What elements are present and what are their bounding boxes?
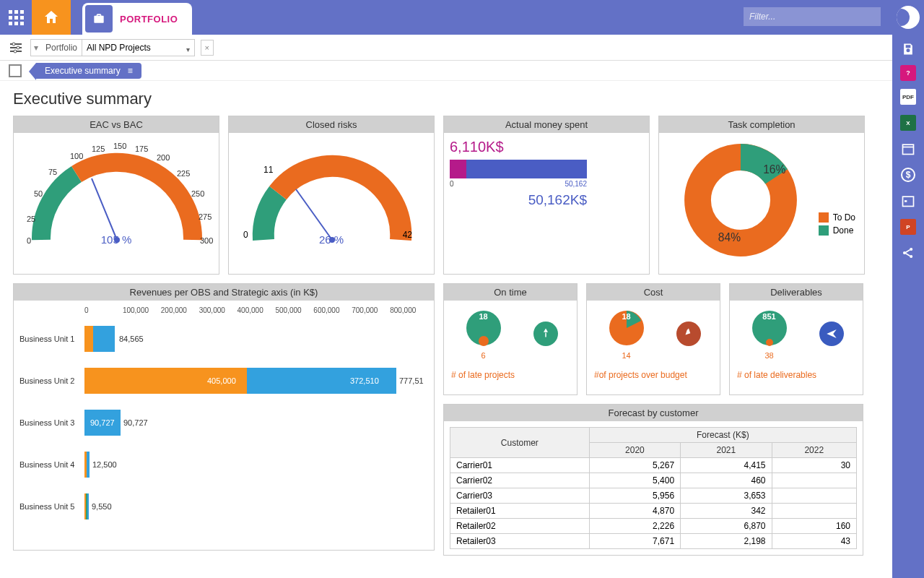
export-pdf-icon[interactable]: PDF	[898, 87, 918, 107]
filter-input[interactable]	[744, 7, 881, 26]
breadcrumb-row: Executive summary ≡	[0, 61, 924, 81]
kpi-donut: 851	[749, 308, 790, 348]
table-row: Retailer037,6712,19843	[450, 534, 857, 549]
panel-toggle-icon[interactable]	[9, 64, 22, 77]
table-row: Carrier015,2674,41530	[450, 458, 857, 473]
breadcrumb-tab[interactable]: Executive summary ≡	[36, 63, 141, 79]
svg-text:$: $	[906, 170, 911, 180]
money-sub-value: 50,162K$	[450, 192, 587, 208]
svg-point-41	[766, 339, 773, 346]
bar-chart-axis: 0100,000200,000300,000400,000500,000600,…	[19, 306, 428, 314]
svg-line-32	[296, 189, 332, 240]
table-row: Retailer014,870342	[450, 504, 857, 519]
money-bar	[450, 160, 587, 178]
calendar-icon[interactable]	[898, 139, 918, 159]
bar-label: Business Unit 1	[19, 335, 84, 343]
help-icon[interactable]: ?	[900, 65, 916, 81]
col-customer: Customer	[450, 428, 590, 458]
svg-text:50: 50	[34, 189, 43, 198]
send-icon	[819, 322, 844, 346]
clock-icon	[533, 322, 558, 346]
card-money-spent: Actual money spent 6,110K$ 0 50,162 50,1…	[443, 116, 650, 275]
card-title: Task completion	[659, 116, 864, 133]
svg-point-38	[479, 336, 489, 346]
bar-label: Business Unit 3	[19, 418, 84, 427]
gauge-min-zero: 0	[243, 230, 248, 240]
svg-text:250: 250	[191, 189, 204, 198]
svg-point-12	[12, 43, 15, 46]
breadcrumb-menu-icon[interactable]: ≡	[128, 66, 133, 76]
card-title: Revenues per OBS and Strategic axis (in …	[14, 284, 434, 301]
money-scale: 0 50,162	[450, 180, 587, 188]
svg-text:300: 300	[200, 236, 213, 245]
kpi-subtitle: #of projects over budget	[587, 367, 720, 383]
currency-icon[interactable]: $	[898, 165, 918, 185]
right-sidebar: ? PDF X $ P	[892, 0, 924, 578]
card-title: Actual money spent	[444, 116, 649, 133]
svg-text:0: 0	[27, 236, 31, 245]
gauge-value: 105 %	[101, 233, 132, 246]
kpi-subtitle: # of late projects	[444, 367, 577, 383]
share-icon[interactable]	[898, 243, 918, 263]
donut-legend: To Do Done	[819, 212, 855, 238]
table-row: Carrier035,9563,653	[450, 488, 857, 504]
card-kpi-ontime: On time 18 6 # of late p	[443, 283, 578, 395]
bar-row: Business Unit 2405,000372,510777,51	[19, 363, 428, 398]
home-icon[interactable]	[32, 0, 71, 35]
summary-row-1: EAC vs BAC 0 25 50 75 100 125 150 175 20…	[13, 116, 879, 275]
card-title: Deliverables	[730, 284, 863, 301]
schedule-icon[interactable]	[898, 191, 918, 211]
table-row: Retailer022,2266,870160	[450, 519, 857, 534]
svg-text:84%: 84%	[718, 231, 741, 243]
compass-icon	[676, 322, 701, 346]
gauge-max: 42	[403, 230, 412, 240]
clear-filter-button[interactable]: ×	[201, 40, 214, 56]
svg-rect-4	[903, 197, 914, 206]
bar-label: Business Unit 5	[19, 502, 84, 511]
svg-line-9	[906, 250, 910, 252]
briefcase-icon	[85, 5, 113, 33]
card-kpi-cost: Cost 18 14 #of projects	[586, 283, 720, 395]
filter-settings-icon[interactable]	[9, 41, 25, 54]
card-title: On time	[444, 284, 577, 301]
card-eac-vs-bac: EAC vs BAC 0 25 50 75 100 125 150 175 20…	[13, 116, 219, 275]
portfolio-label: Portfolio	[41, 40, 82, 56]
kpi-donut: 18	[463, 308, 504, 348]
summary-row-2: Revenues per OBS and Strategic axis (in …	[13, 283, 879, 556]
svg-text:16%: 16%	[763, 163, 785, 176]
svg-line-17	[92, 178, 117, 240]
svg-text:25: 25	[27, 215, 35, 223]
card-title: Forecast by customer	[444, 405, 863, 421]
svg-point-14	[17, 46, 19, 49]
svg-rect-5	[905, 200, 907, 202]
card-title: EAC vs BAC	[14, 116, 219, 133]
export-excel-icon[interactable]: X	[898, 113, 918, 133]
export-powerpoint-icon[interactable]: P	[898, 217, 918, 237]
svg-text:150: 150	[113, 142, 126, 150]
apps-menu-icon[interactable]	[0, 0, 32, 35]
sub-toolbar: ▾ Portfolio All NPD Projects▾ ×	[0, 35, 924, 61]
portfolio-selector[interactable]: ▾ Portfolio All NPD Projects▾	[30, 39, 195, 56]
tab-portfolio[interactable]: PORTFOLIO	[82, 3, 192, 35]
portfolio-value: All NPD Projects	[87, 43, 151, 53]
gauge-value: 26 %	[319, 233, 344, 246]
svg-text:225: 225	[177, 169, 190, 178]
brand-logo-icon[interactable]	[897, 6, 920, 29]
svg-text:275: 275	[199, 212, 212, 221]
bar-row: Business Unit 412,500	[19, 447, 428, 482]
bar-row: Business Unit 59,550	[19, 489, 428, 524]
bar-label: Business Unit 4	[19, 460, 84, 469]
card-task-completion: Task completion 16% 84% To Do Done	[658, 116, 865, 275]
svg-text:75: 75	[48, 168, 57, 176]
main-content: Executive summary EAC vs BAC 0 25 50 75 …	[0, 81, 892, 578]
save-icon[interactable]	[898, 39, 918, 59]
money-main-value: 6,110K$	[450, 139, 643, 155]
gauge-min: 11	[263, 165, 273, 175]
tab-label: PORTFOLIO	[120, 14, 178, 25]
svg-text:200: 200	[157, 153, 170, 162]
kpi-donut: 18	[606, 308, 647, 348]
bar-row: Business Unit 390,72790,727	[19, 405, 428, 440]
bar-row: Business Unit 184,565	[19, 322, 428, 356]
table-row: Carrier025,400460	[450, 473, 857, 488]
right-column: On time 18 6 # of late p	[443, 283, 863, 556]
